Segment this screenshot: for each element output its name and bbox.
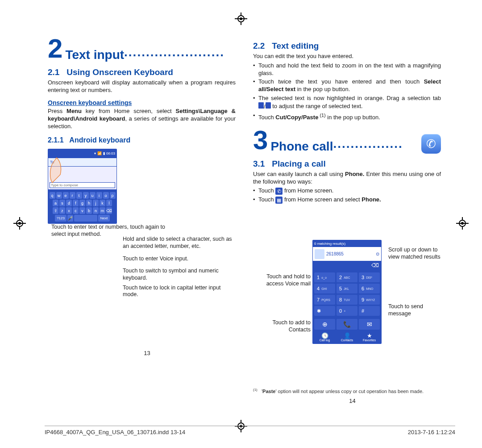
callout-add-contacts: Touch to add to Contacts bbox=[250, 319, 311, 333]
dialpad-key-6: 6MNO bbox=[359, 284, 380, 293]
section-2-1-heading: 2.1 Using Onscreen Keyboard bbox=[48, 67, 236, 77]
dialpad-key-#: # bbox=[359, 306, 380, 316]
selection-handles-icon: / bbox=[258, 102, 271, 111]
key-o: o bbox=[103, 192, 109, 199]
callout-scroll-results: Scroll up or down to view matched result… bbox=[388, 247, 442, 260]
key-c: c bbox=[73, 207, 79, 214]
add-contact-icon: ⊕ bbox=[314, 319, 335, 330]
dialpad-key-5: 5JKL bbox=[337, 284, 357, 293]
tab-contacts: 👤Contacts bbox=[337, 333, 357, 342]
voice-key: 🎤 bbox=[67, 215, 73, 222]
keyboard-callout-voice: Touch to enter Voice input. bbox=[123, 255, 236, 263]
key-l: l bbox=[106, 200, 112, 206]
dialpad-key-1: 1o_o bbox=[314, 272, 335, 282]
dialpad-key-2: 2ABC bbox=[337, 272, 357, 282]
callout-voicemail: Touch and hold to access Voice mail bbox=[250, 273, 311, 287]
keyboard-callout-hold: Hold and slide to select a character, su… bbox=[123, 236, 236, 250]
section-2-2-intro: You can edit the text you have entered. bbox=[253, 53, 441, 60]
wifi-icon: 📶 bbox=[97, 151, 102, 155]
text-editing-bullet-2: Touch twice the text you have entered an… bbox=[253, 78, 441, 93]
next-key: Next bbox=[98, 215, 110, 222]
dialed-number: 2618865 bbox=[326, 251, 344, 256]
chapter-3-title: Phone call bbox=[270, 139, 333, 154]
key-f: f bbox=[73, 200, 79, 206]
chapter-3-heading: 3 Phone call ................ ✆ bbox=[253, 130, 441, 154]
tab-call-log: 🕓Call log bbox=[314, 333, 335, 342]
chapter-2-heading: 2 Text input ....................... bbox=[48, 38, 236, 62]
registration-mark-right-icon bbox=[456, 217, 469, 230]
placing-call-bullets: Touch ✆ from Home screen. Touch ▦ from H… bbox=[253, 187, 441, 204]
section-2-1-body: Onscreen keyboard will display automatic… bbox=[48, 79, 236, 94]
dialpad-key-8: 8TUV bbox=[337, 295, 357, 305]
key-q: q bbox=[50, 192, 55, 199]
key-h: h bbox=[86, 200, 92, 206]
phone-icon: ✆ bbox=[275, 188, 283, 195]
phone-call-app-icon: ✆ bbox=[421, 134, 441, 154]
chapter-3-number: 3 bbox=[253, 127, 268, 154]
footnote-paste: (1) 'Paste' option will not appear unles… bbox=[253, 388, 441, 394]
registration-mark-left-icon bbox=[13, 217, 26, 230]
dialpad-key-✱: ✱ bbox=[314, 306, 335, 316]
key-j: j bbox=[93, 200, 99, 206]
key-v: v bbox=[79, 207, 85, 214]
slug-filename: IP4668_4007A_QG_Eng_USA_06_130716.indd 1… bbox=[45, 429, 185, 435]
favorites-icon: ★ bbox=[359, 333, 380, 339]
contact-avatar-icon bbox=[315, 249, 324, 259]
key-r: r bbox=[70, 192, 75, 199]
key-⌫: ⌫ bbox=[106, 207, 112, 214]
dropdown-icon: ⊝ bbox=[376, 251, 379, 256]
key-t: t bbox=[76, 192, 82, 199]
section-2-1-1-heading: 2.1.1 Android keyboard bbox=[48, 136, 236, 144]
dot-leader: ................ bbox=[333, 137, 419, 154]
key-p: p bbox=[110, 192, 116, 199]
key-⇧: ⇧ bbox=[53, 207, 58, 214]
dialpad-key-0: 0+ bbox=[337, 306, 357, 316]
android-keyboard: qwertyuiop asdfghjkl ⇧zxcvbnm⌫ ?123 🎤 Ne… bbox=[48, 190, 117, 224]
section-3-1-body: User can easily launch a call using Phon… bbox=[253, 171, 441, 185]
dialpad-key-9: 9WXYZ bbox=[359, 295, 380, 305]
key-u: u bbox=[90, 192, 96, 199]
page-number-13: 13 bbox=[48, 350, 246, 356]
tab-favorites: ★Favorites bbox=[359, 333, 380, 342]
text-editing-bullet-4: Touch Cut/Copy/Paste (1) in the pop up b… bbox=[253, 112, 441, 121]
dialer-illustration: 0 matching result(s) 2618865 ⊝ ⌫ 1o_o2AB… bbox=[312, 240, 382, 344]
message-icon: ✉ bbox=[359, 319, 380, 330]
key-x: x bbox=[66, 207, 72, 214]
call-log-icon: 🕓 bbox=[314, 333, 335, 339]
chapter-2-number: 2 bbox=[48, 35, 62, 62]
key-b: b bbox=[86, 207, 92, 214]
contacts-icon: 👤 bbox=[337, 333, 357, 339]
dialpad-key-4: 4GHI bbox=[314, 284, 335, 293]
key-s: s bbox=[59, 200, 65, 206]
dialer-left-callouts: Touch and hold to access Voice mail Touc… bbox=[250, 273, 311, 339]
placing-call-bullet-2: Touch ▦ from Home screen and select Phon… bbox=[253, 196, 441, 204]
call-icon: 📞 bbox=[337, 319, 357, 330]
apps-grid-icon: ▦ bbox=[275, 197, 283, 204]
page-14: 2.2 Text editing You can edit the text y… bbox=[248, 41, 446, 205]
section-3-1-heading: 3.1 Placing a call bbox=[253, 159, 441, 169]
keyboard-callout-caps: Touch twice to lock in capital letter in… bbox=[123, 285, 236, 298]
key-z: z bbox=[59, 207, 65, 214]
placing-call-bullet-1: Touch ✆ from Home screen. bbox=[253, 187, 441, 195]
key-m: m bbox=[100, 207, 105, 214]
page-13: 2 Text input ....................... 2.1… bbox=[42, 38, 241, 304]
key-a: a bbox=[53, 200, 58, 206]
key-y: y bbox=[83, 192, 89, 199]
text-editing-bullet-3: The selected text is now highlighted in … bbox=[253, 95, 441, 111]
keyboard-illustration: ▾📶▮06:03 To Type to compose qwertyuiop a… bbox=[48, 149, 117, 224]
registration-mark-top-icon bbox=[235, 13, 247, 25]
key-n: n bbox=[93, 207, 99, 214]
text-editing-bullets: Touch and hold the text field to zoom in… bbox=[253, 62, 441, 122]
key-g: g bbox=[79, 200, 85, 206]
section-2-2-heading: 2.2 Text editing bbox=[253, 41, 441, 51]
key-k: k bbox=[100, 200, 105, 206]
space-key bbox=[74, 215, 97, 222]
onscreen-keyboard-settings-body: Press Menu key from Home screen, select … bbox=[48, 108, 236, 130]
key-w: w bbox=[56, 192, 62, 199]
key-d: d bbox=[66, 200, 72, 206]
chapter-2-title: Text input bbox=[65, 48, 124, 62]
onscreen-keyboard-settings-heading: Onscreen keyboard settings bbox=[48, 99, 236, 106]
backspace-icon: ⌫ bbox=[371, 262, 379, 268]
dialpad-key-3: 3DEF bbox=[359, 272, 380, 282]
to-field: To bbox=[48, 158, 117, 167]
